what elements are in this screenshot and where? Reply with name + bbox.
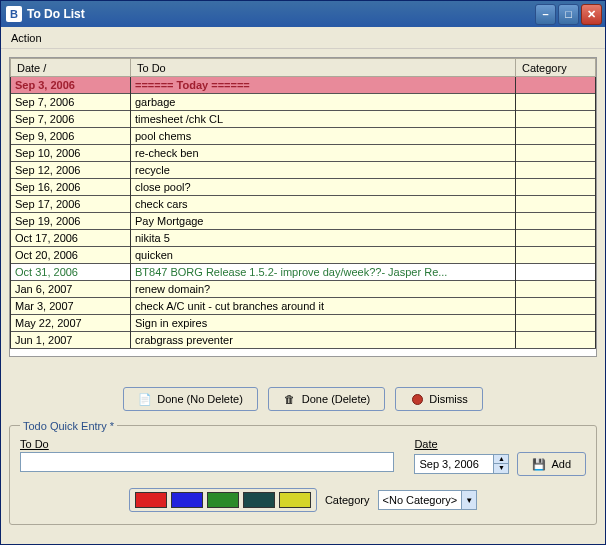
- cell-date: Sep 19, 2006: [11, 213, 131, 230]
- category-value: <No Category>: [379, 494, 462, 506]
- table-row[interactable]: Sep 19, 2006Pay Mortgage: [11, 213, 596, 230]
- todo-table-wrap: Date / To Do Category Sep 3, 2006====== …: [9, 57, 597, 357]
- cell-date: Sep 7, 2006: [11, 94, 131, 111]
- cell-todo: re-check ben: [131, 145, 516, 162]
- date-spinner[interactable]: ▲ ▼: [414, 454, 509, 474]
- cell-category: [516, 128, 596, 145]
- cell-todo: crabgrass preventer: [131, 332, 516, 349]
- table-row[interactable]: Oct 31, 2006BT847 BORG Release 1.5.2- im…: [11, 264, 596, 281]
- table-row[interactable]: Mar 3, 2007check A/C unit - cut branches…: [11, 298, 596, 315]
- cell-category: [516, 162, 596, 179]
- content-area: Date / To Do Category Sep 3, 2006====== …: [1, 49, 605, 544]
- col-header-todo[interactable]: To Do: [131, 59, 516, 77]
- window: B To Do List – □ ✕ Action Date / To Do C…: [0, 0, 606, 545]
- cell-date: Mar 3, 2007: [11, 298, 131, 315]
- cell-category: [516, 264, 596, 281]
- minimize-button[interactable]: –: [535, 4, 556, 25]
- chevron-down-icon[interactable]: ▼: [461, 491, 476, 509]
- table-row[interactable]: Sep 17, 2006check cars: [11, 196, 596, 213]
- todo-input[interactable]: [20, 452, 394, 472]
- cell-category: [516, 247, 596, 264]
- cell-category: [516, 213, 596, 230]
- table-row[interactable]: Oct 17, 2006nikita 5: [11, 230, 596, 247]
- table-row[interactable]: Jun 1, 2007crabgrass preventer: [11, 332, 596, 349]
- trash-icon: 🗑: [283, 392, 297, 406]
- window-title: To Do List: [27, 7, 535, 21]
- spinner-down-icon[interactable]: ▼: [493, 464, 508, 473]
- cell-category: [516, 94, 596, 111]
- cell-date: Sep 7, 2006: [11, 111, 131, 128]
- cell-date: Sep 17, 2006: [11, 196, 131, 213]
- cell-category: [516, 281, 596, 298]
- quick-entry-legend: Todo Quick Entry *: [20, 420, 117, 432]
- cell-todo: recycle: [131, 162, 516, 179]
- cell-date: Sep 3, 2006: [11, 77, 131, 94]
- todo-table: Date / To Do Category Sep 3, 2006====== …: [10, 58, 596, 349]
- close-button[interactable]: ✕: [581, 4, 602, 25]
- stop-icon: [410, 392, 424, 406]
- table-row[interactable]: Sep 10, 2006re-check ben: [11, 145, 596, 162]
- cell-todo: check cars: [131, 196, 516, 213]
- cell-todo: Pay Mortgage: [131, 213, 516, 230]
- cell-category: [516, 145, 596, 162]
- todo-label: To Do: [20, 438, 394, 450]
- cell-category: [516, 315, 596, 332]
- color-red-button[interactable]: [135, 492, 167, 508]
- color-green-button[interactable]: [207, 492, 239, 508]
- app-icon: B: [6, 6, 22, 22]
- cell-todo: renew domain?: [131, 281, 516, 298]
- table-row[interactable]: Jan 6, 2007renew domain?: [11, 281, 596, 298]
- cell-category: [516, 196, 596, 213]
- done-delete-button[interactable]: 🗑 Done (Delete): [268, 387, 385, 411]
- dismiss-button[interactable]: Dismiss: [395, 387, 483, 411]
- maximize-button[interactable]: □: [558, 4, 579, 25]
- table-row[interactable]: Sep 7, 2006timesheet /chk CL: [11, 111, 596, 128]
- titlebar[interactable]: B To Do List – □ ✕: [1, 1, 605, 27]
- color-blue-button[interactable]: [171, 492, 203, 508]
- table-row[interactable]: Sep 16, 2006close pool?: [11, 179, 596, 196]
- cell-todo: check A/C unit - cut branches around it: [131, 298, 516, 315]
- cell-date: Oct 20, 2006: [11, 247, 131, 264]
- cell-date: Oct 17, 2006: [11, 230, 131, 247]
- cell-todo: quicken: [131, 247, 516, 264]
- cell-category: [516, 298, 596, 315]
- cell-category: [516, 230, 596, 247]
- cell-date: May 22, 2007: [11, 315, 131, 332]
- cell-todo: close pool?: [131, 179, 516, 196]
- table-row[interactable]: Sep 12, 2006recycle: [11, 162, 596, 179]
- done-no-delete-button[interactable]: 📄 Done (No Delete): [123, 387, 258, 411]
- save-icon: 💾: [532, 457, 546, 471]
- table-row[interactable]: May 22, 2007Sign in expires: [11, 315, 596, 332]
- cell-date: Jan 6, 2007: [11, 281, 131, 298]
- date-input[interactable]: [415, 458, 493, 470]
- category-label: Category: [325, 494, 370, 506]
- col-header-category[interactable]: Category: [516, 59, 596, 77]
- table-row[interactable]: Sep 9, 2006pool chems: [11, 128, 596, 145]
- cell-todo: BT847 BORG Release 1.5.2- improve day/we…: [131, 264, 516, 281]
- cell-category: [516, 332, 596, 349]
- action-button-row: 📄 Done (No Delete) 🗑 Done (Delete) Dismi…: [9, 357, 597, 423]
- color-yellow-button[interactable]: [279, 492, 311, 508]
- table-row[interactable]: Oct 20, 2006quicken: [11, 247, 596, 264]
- cell-category: [516, 111, 596, 128]
- sort-indicator-icon: /: [43, 62, 46, 74]
- cell-todo: pool chems: [131, 128, 516, 145]
- table-row[interactable]: Sep 3, 2006====== Today ======: [11, 77, 596, 94]
- col-header-date[interactable]: Date /: [11, 59, 131, 77]
- category-combo[interactable]: <No Category> ▼: [378, 490, 478, 510]
- spinner-up-icon[interactable]: ▲: [493, 455, 508, 464]
- cell-todo: nikita 5: [131, 230, 516, 247]
- menubar: Action: [1, 27, 605, 49]
- color-palette: [129, 488, 317, 512]
- done-icon: 📄: [138, 392, 152, 406]
- cell-todo: Sign in expires: [131, 315, 516, 332]
- quick-entry-fieldset: Todo Quick Entry * To Do Date ▲ ▼: [9, 425, 597, 525]
- color-teal-button[interactable]: [243, 492, 275, 508]
- cell-category: [516, 77, 596, 94]
- cell-date: Sep 9, 2006: [11, 128, 131, 145]
- menu-action[interactable]: Action: [5, 30, 48, 46]
- table-row[interactable]: Sep 7, 2006garbage: [11, 94, 596, 111]
- add-button[interactable]: 💾 Add: [517, 452, 586, 476]
- cell-todo: timesheet /chk CL: [131, 111, 516, 128]
- date-label: Date: [414, 438, 586, 450]
